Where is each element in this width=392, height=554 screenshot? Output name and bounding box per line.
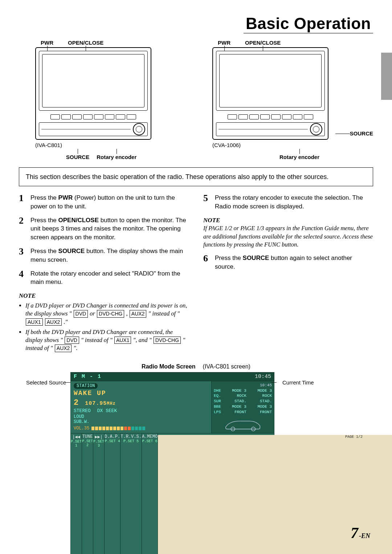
step-number: 2	[19, 216, 27, 242]
step-text: Press the PWR (Power) button on the unit…	[30, 194, 189, 211]
note-bullet: If both the DVD player and DVD Changer a…	[25, 328, 189, 353]
radio-screen-model: (IVA-C801 screen)	[203, 363, 250, 370]
model-label: (IVA-C801)	[35, 142, 189, 148]
note-heading: NOTE	[203, 216, 373, 225]
page-title: Basic Operation	[244, 15, 373, 34]
sound-setting-row: DHEMODE 3MODE 3	[214, 388, 272, 394]
note-body: If a DVD player or DVD Changer is connec…	[19, 302, 189, 353]
function-guide-cell: T.R.V.S.P.SET 5	[121, 433, 142, 554]
clock-panel: 10:45	[214, 383, 272, 388]
volume-bar	[91, 427, 145, 430]
label-pwr: PWR	[218, 40, 230, 46]
function-guide-cell: A.MEMOP.SET 6	[142, 433, 158, 554]
diagram-iva-c801: PWR OPEN/CLOSE (IVA-C801) SOURCE Rotary …	[26, 40, 189, 160]
label-rotary-encoder: Rotary encoder	[279, 154, 319, 160]
left-column: 1 Press the PWR (Power) button on the un…	[19, 194, 189, 355]
sound-setting-row: EQ.ROCKROCK	[214, 393, 272, 399]
label-open-close: OPEN/CLOSE	[68, 40, 103, 46]
step-text: Press the SOURCE button again to select …	[215, 254, 373, 271]
flag-dxseek: DX SEEK	[97, 408, 117, 414]
sound-setting-row: BBEMODE 3MODE 3	[214, 404, 272, 410]
function-guide-cell: |◀◀P.SET 1	[71, 433, 82, 554]
soft-button-row	[216, 114, 325, 119]
step-number: 3	[19, 247, 27, 264]
device-front-panel	[39, 122, 148, 136]
device-body	[212, 47, 328, 140]
step-number: 1	[19, 194, 27, 211]
label-source: SOURCE	[350, 130, 373, 137]
label-rotary-encoder: Rotary encoder	[97, 154, 136, 160]
flag-stereo: STEREO	[74, 408, 91, 414]
diagram-cva-1006: PWR OPEN/CLOSE SOURCE (CVA-1006) Rotary …	[203, 40, 366, 160]
label-source: SOURCE	[66, 154, 89, 160]
right-column: 5 Press the rotary encoder to execute th…	[203, 194, 373, 355]
station-name: WAKE UP	[74, 390, 106, 397]
sound-setting-row: SURSTAD.STAD.	[214, 399, 272, 404]
function-guide-cell: D.A.P.P.SET 4	[105, 433, 121, 554]
frequency: 107.95MHz	[85, 400, 116, 407]
device-screen	[216, 51, 325, 111]
step-text: Rotate the rotary encoder and select "RA…	[30, 269, 189, 287]
radio-screen-title: Radio Mode Screen	[142, 363, 195, 370]
radio-right-callouts: Current Time	[277, 372, 324, 554]
intro-box: This section describes the basic operati…	[19, 167, 373, 186]
device-screen	[39, 51, 148, 111]
step-number: 6	[203, 254, 211, 271]
function-guide-row: |◀◀P.SET 1TUNEP.SET 2▶▶|P.SET 3D.A.P.P.S…	[71, 433, 274, 554]
label-open-close: OPEN/CLOSE	[245, 40, 281, 46]
step-number: 5	[203, 194, 211, 211]
soft-button-row	[39, 114, 148, 119]
preset-number: 2	[74, 398, 78, 407]
rotary-encoder-icon	[310, 123, 322, 135]
step-text: Press the rotary encoder to execute the …	[215, 194, 373, 211]
function-guide-cell: TUNEP.SET 2	[82, 433, 93, 554]
selected-source: F M - 1	[74, 374, 102, 380]
radio-mode-section: Radio Mode Screen (IVA-C801 screen) Sele…	[19, 363, 373, 554]
volume-row: VOL.35	[74, 426, 208, 431]
model-label: (CVA-1006)	[212, 142, 366, 148]
step-number: 4	[19, 269, 27, 287]
device-diagrams: PWR OPEN/CLOSE (IVA-C801) SOURCE Rotary …	[26, 40, 366, 160]
sound-setting-row: LPSFRONTFRONT	[214, 410, 272, 415]
callout-current-time: Current Time	[277, 379, 324, 386]
device-front-panel	[216, 122, 325, 136]
flag-subw: SUB.W.	[74, 419, 89, 424]
car-icon	[223, 417, 263, 432]
step-text: Press the SOURCE button. The display sho…	[30, 247, 189, 264]
step-text: Press the OPEN/CLOSE button to open the …	[30, 216, 189, 242]
function-guide-cell: ▶▶|P.SET 3	[93, 433, 105, 554]
section-tab	[381, 53, 392, 100]
page-number: 7-EN	[351, 524, 370, 542]
radio-mode-screen: F M - 1 10:45 STATION WAKE UP 2 107.95MH…	[70, 372, 274, 554]
device-body	[35, 47, 151, 140]
callout-selected-source: Selected Source	[19, 379, 66, 386]
station-pill: STATION	[74, 383, 98, 389]
clock: 10:45	[255, 374, 271, 380]
note-heading: NOTE	[19, 292, 189, 300]
label-pwr: PWR	[41, 40, 53, 46]
note-bullet: If a DVD player or DVD Changer is connec…	[25, 302, 189, 326]
rotary-encoder-icon	[133, 123, 145, 135]
note-body: If PAGE 1/2 or PAGE 1/3 appears in the F…	[203, 224, 373, 249]
radio-left-callouts: Selected Source Volume Level	[19, 372, 68, 554]
flag-loud: LOUD	[74, 414, 84, 419]
